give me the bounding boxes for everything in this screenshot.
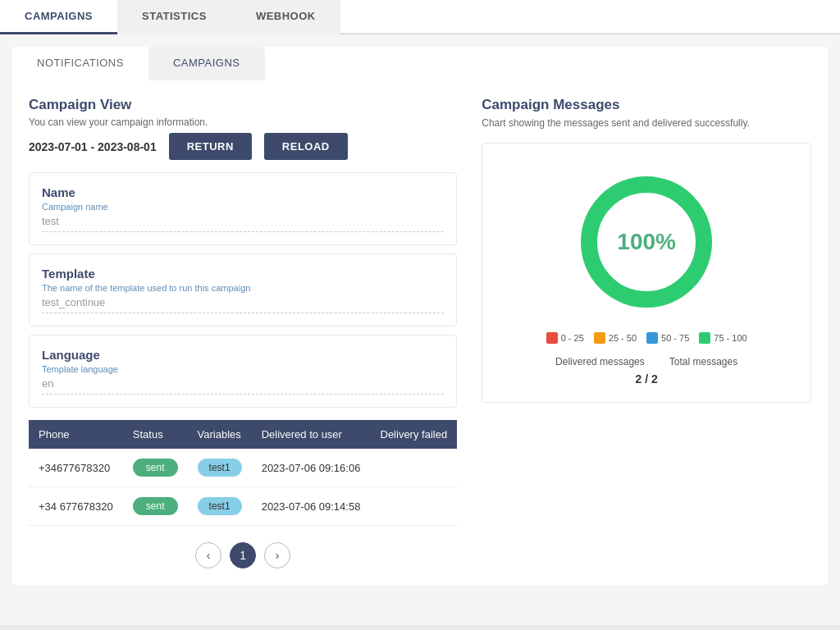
cell-variables-1: test1	[188, 487, 252, 526]
template-field-value: test_continue	[42, 296, 444, 313]
campaign-table: Phone Status Variables Delivered to user…	[29, 420, 457, 526]
legend-item-50-75: 50 - 75	[646, 332, 689, 344]
date-range: 2023-07-01 - 2023-08-01	[29, 140, 157, 153]
cell-delivered-1: 2023-07-06 09:14:58	[252, 487, 371, 526]
variable-badge-0: test1	[198, 459, 242, 477]
legend-dot-75-100	[699, 332, 710, 344]
col-status: Status	[123, 420, 188, 449]
return-button[interactable]: RETURN	[169, 133, 252, 160]
total-stat: Total messages	[669, 356, 737, 369]
col-phone: Phone	[29, 420, 123, 449]
campaign-messages-title: Campaign Messages	[482, 97, 811, 113]
tab-statistics[interactable]: STATISTICS	[117, 0, 231, 34]
language-field-value: en	[42, 377, 444, 395]
status-badge-0: sent	[133, 459, 178, 477]
legend-label-50-75: 50 - 75	[661, 333, 689, 343]
template-field-sublabel: The name of the template used to run thi…	[42, 283, 444, 293]
col-failed: Delivery failed	[371, 420, 458, 449]
current-page-button[interactable]: 1	[230, 542, 256, 568]
legend-dot-0-25	[546, 332, 558, 344]
campaign-view-header: Campaign View You can view your campaign…	[29, 97, 457, 160]
prev-page-button[interactable]: ‹	[195, 542, 221, 568]
sub-tab-notifications[interactable]: NOTIFICATIONS	[12, 47, 148, 80]
date-range-row: 2023-07-01 - 2023-08-01 RETURN RELOAD	[29, 133, 457, 160]
status-badge-1: sent	[133, 497, 178, 515]
cell-phone-1: +34 677678320	[29, 487, 123, 526]
donut-chart: 100%	[573, 168, 720, 316]
template-field-section: Template The name of the template used t…	[29, 253, 457, 326]
sub-tab-campaigns[interactable]: CAMPAIGNS	[148, 47, 265, 80]
pagination: ‹ 1 ›	[29, 542, 457, 568]
stats-row: Delivered messages Total messages	[555, 356, 737, 369]
cell-status-0: sent	[123, 449, 188, 487]
total-label: Total messages	[669, 356, 737, 368]
campaign-view-title: Campaign View	[29, 97, 457, 113]
campaign-messages-subtitle: Chart showing the messages sent and deli…	[482, 116, 811, 130]
name-field-value: test	[42, 215, 444, 232]
delivered-label: Delivered messages	[555, 356, 645, 368]
language-field-sublabel: Template language	[42, 364, 444, 374]
delivered-stat: Delivered messages	[555, 356, 645, 369]
legend-dot-50-75	[646, 332, 658, 344]
name-field-sublabel: Campaign name	[42, 202, 444, 212]
variable-badge-1: test1	[198, 497, 242, 515]
chart-container: 100% 0 - 25 25 - 50	[482, 143, 811, 403]
col-variables: Variables	[188, 420, 252, 449]
next-page-button[interactable]: ›	[264, 542, 290, 568]
tab-campaigns[interactable]: CAMPAIGNS	[0, 0, 117, 34]
chart-legend: 0 - 25 25 - 50 50 - 75 75 - 100	[546, 332, 747, 344]
stats-value: 2 / 2	[636, 372, 658, 386]
cell-variables-0: test1	[188, 449, 252, 487]
table-row: +34 677678320 sent test1 2023-07-06 09:1…	[29, 487, 457, 526]
reload-button[interactable]: RELOAD	[264, 133, 348, 160]
cell-failed-0	[371, 449, 458, 487]
main-content: NOTIFICATIONS CAMPAIGNS Campaign View Yo…	[0, 34, 840, 625]
name-field-label: Name	[42, 185, 444, 199]
content-wrapper: Campaign View You can view your campaign…	[12, 80, 828, 585]
cell-delivered-0: 2023-07-06 09:16:06	[252, 449, 371, 487]
donut-percentage: 100%	[617, 229, 676, 255]
table-row: +34677678320 sent test1 2023-07-06 09:16…	[29, 449, 457, 487]
tab-webhook[interactable]: WEBHOOK	[231, 0, 340, 34]
template-field-label: Template	[42, 267, 444, 281]
legend-label-0-25: 0 - 25	[561, 333, 584, 343]
sub-tab-bar: NOTIFICATIONS CAMPAIGNS	[12, 47, 828, 80]
name-field-section: Name Campaign name test	[29, 172, 457, 245]
col-delivered: Delivered to user	[252, 420, 371, 449]
language-field-section: Language Template language en	[29, 335, 457, 408]
cell-phone-0: +34677678320	[29, 449, 123, 487]
campaign-view-subtitle: You can view your campaign information.	[29, 116, 457, 128]
two-column-layout: Campaign View You can view your campaign…	[29, 97, 811, 568]
legend-label-75-100: 75 - 100	[714, 333, 746, 343]
cell-failed-1	[371, 487, 458, 526]
legend-label-25-50: 25 - 50	[609, 333, 637, 343]
left-column: Campaign View You can view your campaign…	[29, 97, 457, 568]
top-tab-bar: CAMPAIGNS STATISTICS WEBHOOK	[0, 0, 840, 34]
table-header-row: Phone Status Variables Delivered to user…	[29, 420, 457, 449]
cell-status-1: sent	[123, 487, 188, 526]
legend-item-25-50: 25 - 50	[594, 332, 637, 344]
legend-item-75-100: 75 - 100	[699, 332, 746, 344]
language-field-label: Language	[42, 348, 444, 362]
right-column: Campaign Messages Chart showing the mess…	[482, 97, 811, 568]
legend-dot-25-50	[594, 332, 605, 344]
legend-item-0-25: 0 - 25	[546, 332, 584, 344]
